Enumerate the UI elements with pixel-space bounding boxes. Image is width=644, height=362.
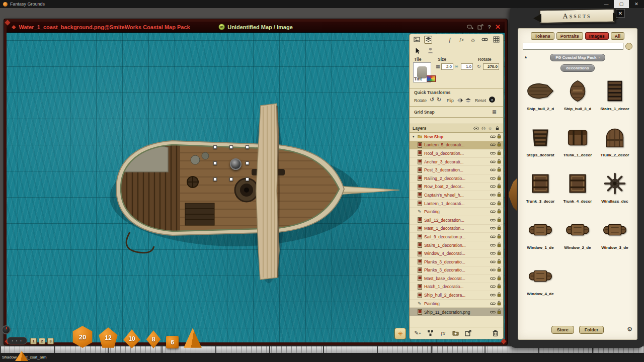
expand-caret-icon[interactable]: ▾ (413, 135, 416, 139)
layer-row[interactable]: Hatch_1_decoratio... (410, 283, 503, 292)
layer-row[interactable]: Post_3_decoration... (410, 166, 503, 174)
layer-lock-icon[interactable] (497, 259, 501, 265)
layer-link-icon[interactable] (490, 267, 496, 273)
asset-item[interactable]: Trunk_1_decor (560, 123, 595, 169)
size-width-input[interactable] (441, 63, 453, 70)
resize-handle[interactable] (213, 145, 217, 149)
resize-handle[interactable] (213, 177, 217, 181)
layer-lock-icon[interactable] (497, 159, 501, 165)
size-height-input[interactable] (461, 63, 473, 70)
d8-die[interactable]: 8 (145, 330, 162, 348)
ship-map-object[interactable] (110, 101, 407, 302)
folder-button[interactable]: Folder (579, 326, 604, 334)
layer-row[interactable]: Planks_3_decoratio... (410, 266, 503, 275)
layer-lock-icon[interactable] (497, 301, 501, 307)
collapse-tree-icon[interactable]: ▲ (524, 55, 528, 59)
light-icon[interactable]: ☼ (488, 126, 492, 131)
modifier-dial[interactable] (2, 325, 11, 334)
hotbar-button-3[interactable]: 3 (47, 338, 54, 344)
layer-row[interactable]: Row_boat_2_decor... (410, 183, 503, 192)
modifier-pill[interactable]: • • • (7, 337, 27, 344)
layer-row[interactable]: ▾New Ship (410, 133, 503, 141)
tab-tokens[interactable]: Tokens (531, 32, 554, 40)
assets-collapse-arrow[interactable] (508, 178, 517, 211)
d20-die[interactable]: 20 (71, 325, 94, 348)
layer-lock-icon[interactable] (497, 217, 501, 223)
asset-item[interactable]: Window_2_de (560, 216, 595, 262)
asset-item[interactable]: Ship_hull_2_d (523, 77, 558, 123)
layer-row[interactable]: Lantern_1_decorati... (410, 200, 503, 208)
pointer-tool-icon[interactable] (414, 46, 422, 54)
asset-item[interactable]: Ship_hull_3_d (560, 77, 595, 123)
layer-row[interactable]: Planks_3_decoratio... (410, 258, 503, 266)
layer-link-icon[interactable] (490, 243, 496, 248)
asset-item[interactable]: Window_4_de (523, 262, 558, 308)
image-tool-icon[interactable] (413, 36, 421, 44)
visibility-icon[interactable]: ◎ (481, 126, 486, 131)
map-canvas[interactable]: ✳ ƒƒx☼ Tile Size Rotate ▦ ∞ ↻ Tint Quick… (7, 33, 505, 342)
tab-images[interactable]: Images (585, 32, 609, 40)
share-icon[interactable] (477, 24, 484, 30)
layer-row[interactable]: Ship_11_decoration.png (410, 308, 503, 316)
d12-die[interactable]: 12 (98, 327, 118, 348)
layer-row[interactable]: Lantern_5_decorati... (410, 141, 503, 150)
layer-row[interactable]: Mast_base_decorat... (410, 275, 503, 283)
export-icon[interactable] (464, 329, 472, 337)
layers-tool-icon[interactable] (424, 36, 432, 44)
effects-tool-icon[interactable]: ƒx (457, 36, 465, 44)
layer-link-icon[interactable] (490, 301, 496, 306)
breadcrumb-folder[interactable]: decorations (560, 64, 594, 72)
maximize-button[interactable]: ▢ (614, 0, 629, 8)
close-window-button[interactable]: ✕ (629, 0, 644, 8)
layer-link-icon[interactable] (490, 251, 496, 256)
resize-handle[interactable] (246, 177, 249, 181)
resize-handle[interactable] (213, 161, 217, 165)
layer-lock-icon[interactable] (497, 250, 501, 256)
asset-item[interactable]: Trunk_2_decor (597, 123, 632, 169)
resize-handle[interactable] (246, 161, 249, 165)
trash-icon[interactable] (491, 329, 499, 337)
layer-lock-icon[interactable] (497, 167, 501, 173)
layer-link-icon[interactable] (490, 201, 496, 206)
pointer-menu-icon[interactable] (467, 24, 473, 30)
layer-lock-icon[interactable] (497, 242, 501, 248)
layer-link-icon[interactable] (490, 151, 496, 156)
rotate-input[interactable] (483, 63, 499, 70)
d4-die[interactable] (183, 327, 202, 348)
gear-icon[interactable]: ⚙ (627, 326, 632, 333)
rotate-ccw-icon[interactable]: ↺ (430, 97, 434, 103)
resize-handle[interactable] (246, 145, 249, 149)
token-tool-icon[interactable] (426, 46, 434, 54)
layer-lock-icon[interactable] (497, 175, 501, 182)
rotate-cw-icon[interactable]: ↻ (437, 97, 441, 103)
link-tool-icon[interactable] (480, 36, 489, 44)
layer-lock-icon[interactable] (497, 201, 501, 207)
layer-link-icon[interactable] (490, 259, 496, 264)
layer-link-icon[interactable] (490, 167, 496, 172)
layer-lock-icon[interactable] (497, 184, 501, 190)
lock-icon[interactable] (495, 126, 500, 131)
light-tool-icon[interactable]: ☼ (469, 36, 477, 44)
asset-item[interactable]: Windlass_dec (597, 169, 632, 216)
layer-lock-icon[interactable] (497, 142, 501, 148)
map-close-icon[interactable]: ✕ (495, 23, 501, 31)
layer-link-icon[interactable] (490, 184, 496, 189)
asset-search-input[interactable] (523, 43, 623, 50)
asset-item[interactable]: Window_3_de (597, 216, 632, 262)
layer-lock-icon[interactable] (497, 134, 501, 140)
folder-add-icon[interactable] (451, 329, 459, 337)
tab-portraits[interactable]: Portraits (556, 32, 583, 40)
layer-row[interactable]: Roof_6_decoration... (410, 149, 503, 158)
resize-handle[interactable] (229, 177, 233, 181)
layer-link-icon[interactable] (490, 209, 496, 214)
layer-link-icon[interactable] (490, 134, 496, 139)
node-add-icon[interactable] (426, 329, 434, 337)
tab-all[interactable]: All (611, 32, 625, 40)
fx-icon[interactable]: ƒx (439, 329, 447, 337)
layer-link-icon[interactable] (490, 193, 496, 198)
module-filter-icon[interactable] (625, 43, 632, 50)
map-window-header[interactable]: ◆ Water_1_coast_background.png@SmiteWork… (7, 22, 505, 33)
d10-die[interactable]: 10 (123, 329, 141, 348)
hotbar-button-2[interactable]: 2 (39, 338, 45, 344)
grid-tool-icon[interactable] (492, 36, 500, 44)
